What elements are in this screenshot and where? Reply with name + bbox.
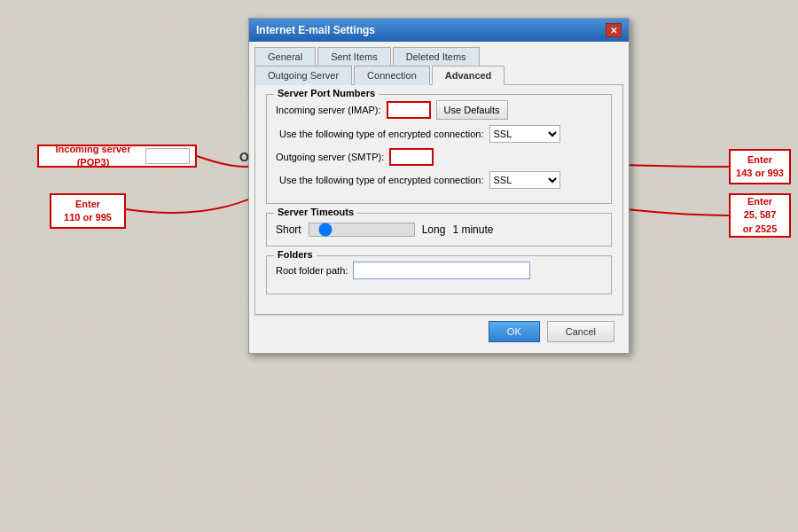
dialog-title: Internet E-mail Settings — [256, 24, 375, 36]
ssl-select-2[interactable]: SSL TLS None — [489, 171, 560, 189]
outgoing-smtp-input[interactable] — [389, 148, 434, 166]
close-button[interactable]: ✕ — [606, 23, 622, 37]
encrypted-label-2: Use the following type of encrypted conn… — [279, 175, 484, 185]
tabs-row-2: Outgoing Server Connection Advanced — [254, 66, 623, 85]
dialog-titlebar: Internet E-mail Settings ✕ — [249, 19, 629, 42]
incoming-imap-input[interactable] — [387, 101, 431, 119]
timeout-value: 1 minute — [452, 223, 493, 236]
encrypted-label-1: Use the following type of encrypted conn… — [279, 129, 484, 139]
root-folder-label: Root folder path: — [276, 265, 348, 276]
outgoing-smtp-label: Outgoing server (SMTP): — [276, 152, 384, 162]
long-label: Long — [422, 223, 446, 236]
ok-button[interactable]: OK — [489, 321, 540, 342]
use-defaults-button[interactable]: Use Defaults — [436, 100, 508, 120]
ssl-select-1[interactable]: SSL TLS None — [489, 125, 560, 143]
tab-connection[interactable]: Connection — [354, 66, 430, 85]
server-port-label: Server Port Numbers — [274, 88, 379, 98]
dialog-window: Internet E-mail Settings ✕ General Sent … — [248, 18, 630, 354]
short-label: Short — [276, 223, 301, 236]
tab-content-advanced: Server Port Numbers Incoming server (IMA… — [254, 84, 623, 315]
tab-general[interactable]: General — [254, 47, 316, 66]
encrypted-row-1: Use the following type of encrypted conn… — [279, 125, 602, 143]
titlebar-buttons: ✕ — [606, 23, 622, 37]
incoming-imap-row: Incoming server (IMAP): Use Defaults — [276, 100, 602, 120]
dialog-body: General Sent Items Deleted Items Outgoin… — [249, 42, 629, 353]
root-folder-input[interactable] — [353, 262, 530, 279]
tab-outgoing-server[interactable]: Outgoing Server — [254, 66, 352, 85]
annotation-enter-25: Enter 25, 587 or 2525 — [729, 193, 791, 238]
folders-label: Folders — [274, 249, 317, 260]
timeouts-section: Server Timeouts Short Long 1 minute — [266, 213, 612, 246]
tabs-row-1: General Sent Items Deleted Items — [254, 47, 623, 66]
encrypted-row-2: Use the following type of encrypted conn… — [279, 171, 602, 189]
timeouts-label: Server Timeouts — [274, 207, 357, 217]
tab-deleted-items[interactable]: Deleted Items — [393, 47, 480, 66]
folders-section: Folders Root folder path: — [266, 255, 612, 294]
outgoing-smtp-row: Outgoing server (SMTP): — [276, 148, 602, 166]
timeout-slider[interactable] — [309, 223, 415, 237]
dialog-footer: OK Cancel — [254, 315, 623, 348]
root-folder-row: Root folder path: — [276, 262, 602, 279]
tab-advanced[interactable]: Advanced — [432, 66, 505, 85]
server-port-section: Server Port Numbers Incoming server (IMA… — [266, 94, 612, 204]
incoming-imap-label: Incoming server (IMAP): — [276, 105, 381, 115]
tab-sent-items[interactable]: Sent Items — [317, 47, 391, 66]
annotation-enter-110: Enter 110 or 995 — [50, 193, 126, 229]
slider-row: Short Long 1 minute — [276, 223, 602, 237]
annotation-enter-143: Enter 143 or 993 — [729, 149, 791, 184]
pop3-input[interactable] — [145, 148, 190, 164]
cancel-button[interactable]: Cancel — [547, 321, 614, 342]
annotation-incoming-pop3: Incoming server (POP3) — [37, 145, 197, 168]
